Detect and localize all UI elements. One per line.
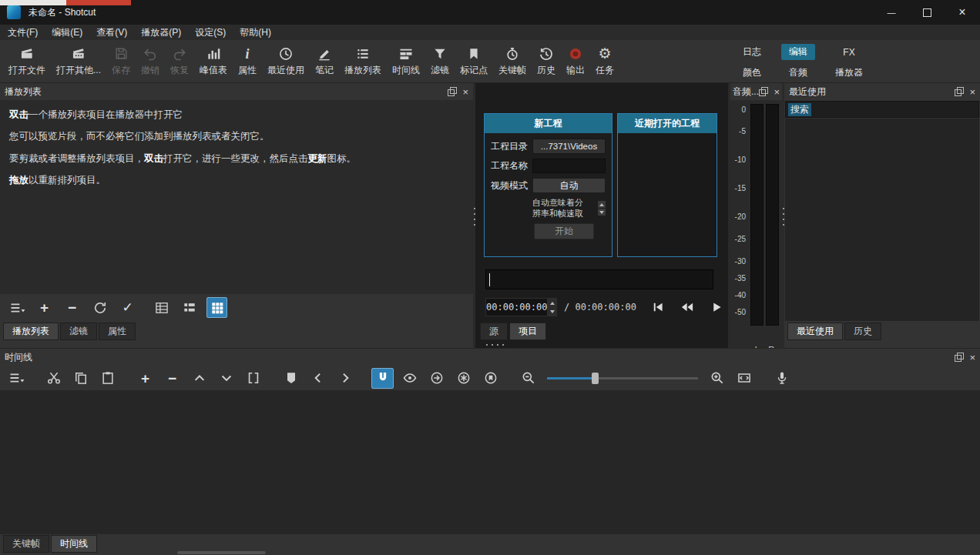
ripple-all-tracks-button[interactable] [452, 368, 475, 389]
overwrite-button[interactable] [215, 368, 237, 389]
zoom-slider[interactable] [547, 368, 698, 388]
timeline-menu-button[interactable] [5, 368, 27, 389]
float-panel-icon[interactable] [955, 87, 964, 96]
project-folder-value[interactable]: ...7371\Videos [532, 139, 606, 154]
splitter-handle[interactable] [486, 344, 506, 346]
rewind-button[interactable] [676, 298, 698, 316]
record-audio-button[interactable] [770, 368, 793, 389]
recent-projects-list[interactable] [618, 133, 717, 256]
timecode-field[interactable]: 00:00:00:00 [485, 298, 557, 316]
layout-color-button[interactable]: 颜色 [735, 65, 769, 81]
open-other-button[interactable]: 打开其他... [51, 42, 106, 82]
menu-file[interactable]: 文件(F) [1, 25, 45, 40]
playlist-menu-button[interactable] [6, 297, 27, 318]
float-panel-icon[interactable] [759, 87, 768, 96]
float-panel-icon[interactable] [955, 353, 964, 362]
export-button[interactable]: 输出 [561, 42, 590, 82]
skip-to-start-button[interactable] [647, 298, 669, 316]
view-details-button[interactable] [151, 297, 172, 318]
ripple-button[interactable] [425, 368, 448, 389]
history-button[interactable]: 历史 [532, 42, 561, 82]
layout-editing-button[interactable]: 编辑 [781, 44, 815, 60]
search-input[interactable]: 搜索 [785, 101, 979, 118]
view-tiles-button[interactable] [179, 297, 200, 318]
video-mode-button[interactable]: 自动 [532, 178, 606, 193]
copy-button[interactable] [69, 368, 92, 389]
recent-button[interactable]: 最近使用 [262, 42, 310, 82]
playlist-apply-button[interactable]: ✓ [117, 297, 138, 318]
close-panel-icon[interactable]: × [969, 87, 975, 97]
jobs-button[interactable]: ⚙ 任务 [590, 42, 619, 82]
menu-edit[interactable]: 编辑(E) [45, 25, 89, 40]
append-button[interactable]: + [134, 368, 156, 389]
tab-properties[interactable]: 属性 [99, 323, 136, 340]
tab-recent[interactable]: 最近使用 [787, 323, 843, 340]
open-file-button[interactable]: 打开文件 [3, 42, 51, 82]
project-name-input[interactable] [532, 159, 606, 173]
layout-audio-button[interactable]: 音频 [781, 65, 815, 81]
playlist-button[interactable]: 播放列表 [339, 42, 387, 82]
tab-history[interactable]: 历史 [844, 323, 881, 340]
split-button[interactable] [242, 368, 264, 389]
menu-settings[interactable]: 设定(S) [188, 25, 233, 40]
play-button[interactable] [706, 298, 727, 316]
scroll-up-button[interactable] [598, 201, 606, 208]
redo-button[interactable]: 恢复 [165, 42, 194, 82]
properties-button[interactable]: i 属性 [233, 42, 262, 82]
peak-meter-button[interactable]: 峰值表 [194, 42, 233, 82]
markers-button[interactable]: 标记点 [455, 42, 493, 82]
undo-button[interactable]: 撤销 [136, 42, 165, 82]
close-panel-icon[interactable]: × [969, 353, 975, 363]
timecode-up-button[interactable] [548, 299, 556, 307]
marker-button[interactable] [280, 368, 302, 389]
layout-player-button[interactable]: 播放器 [827, 65, 871, 81]
recent-files-list[interactable] [785, 119, 979, 321]
timecode-down-button[interactable] [548, 307, 556, 316]
recent-projects-box: 近期打开的工程 [617, 113, 717, 257]
playlist-add-button[interactable]: + [34, 297, 55, 318]
menu-player[interactable]: 播放器(P) [134, 25, 188, 40]
tab-playlist[interactable]: 播放列表 [3, 323, 59, 340]
tab-timeline[interactable]: 时间线 [51, 535, 97, 553]
tab-source[interactable]: 源 [480, 323, 508, 340]
playlist-update-button[interactable] [89, 297, 110, 318]
menu-help[interactable]: 帮助(H) [233, 25, 278, 40]
paste-button[interactable] [96, 368, 119, 389]
scroll-down-button[interactable] [598, 209, 606, 216]
filters-button[interactable]: 滤镜 [425, 42, 455, 82]
layout-logging-button[interactable]: 日志 [735, 44, 769, 60]
zoom-out-button[interactable] [517, 368, 539, 389]
save-button[interactable]: 保存 [106, 42, 136, 82]
cut-button[interactable] [42, 368, 65, 389]
timeline-tracks-area[interactable] [0, 390, 980, 534]
timeline-button[interactable]: 时间线 [387, 42, 425, 82]
minimize-button[interactable]: — [874, 0, 909, 25]
zoom-fit-button[interactable] [733, 368, 755, 389]
close-panel-icon[interactable]: × [774, 87, 780, 97]
previous-marker-button[interactable] [307, 368, 329, 389]
tab-project[interactable]: 项目 [509, 323, 546, 340]
view-icons-button[interactable] [206, 297, 227, 318]
tab-filters[interactable]: 滤镜 [60, 323, 97, 340]
close-panel-icon[interactable]: × [462, 87, 468, 97]
layout-fx-button[interactable]: FX [835, 45, 862, 59]
snap-button[interactable] [371, 368, 394, 389]
playlist-remove-button[interactable]: − [62, 297, 82, 318]
slider-thumb[interactable] [592, 373, 599, 384]
menu-view[interactable]: 查看(V) [89, 25, 134, 40]
close-button[interactable]: × [945, 0, 980, 25]
zoom-in-button[interactable] [706, 368, 728, 389]
tab-keyframes[interactable]: 关键帧 [3, 535, 49, 553]
scrub-while-dragging-button[interactable] [398, 368, 421, 389]
float-panel-icon[interactable] [448, 87, 457, 96]
next-marker-button[interactable] [334, 368, 356, 389]
maximize-button[interactable] [909, 0, 945, 25]
lift-button[interactable] [188, 368, 210, 389]
notes-button[interactable]: 笔记 [310, 42, 339, 82]
start-button[interactable]: 开始 [534, 223, 594, 239]
ripple-delete-button[interactable]: − [161, 368, 183, 389]
ripple-markers-button[interactable] [479, 368, 502, 389]
player-scrubber[interactable] [485, 269, 713, 289]
timeline-horizontal-scrollbar[interactable] [177, 551, 266, 554]
keyframes-button[interactable]: 关键帧 [493, 42, 532, 82]
